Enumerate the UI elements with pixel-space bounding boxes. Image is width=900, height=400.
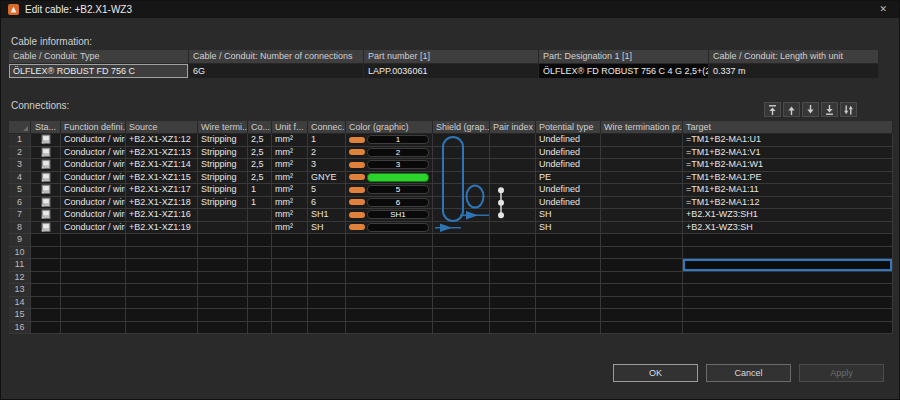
cell-function-definition[interactable] [61, 272, 126, 285]
cell-shield-graphic[interactable] [433, 297, 490, 310]
table-row[interactable]: 7Conductor / wire+B2.X1-XZ1:16mm²SH1SH1S… [9, 209, 893, 222]
cell-status[interactable] [31, 322, 61, 335]
cell-source[interactable]: +B2.X1-XZ1:15 [126, 172, 198, 185]
cell-target[interactable]: =TM1+B2-MA1:PE [683, 172, 893, 185]
cell-shield-graphic[interactable] [433, 247, 490, 260]
cell-potential-type[interactable]: Undefined [536, 134, 601, 147]
cell-connection[interactable] [308, 234, 346, 247]
move-down-button[interactable] [802, 102, 819, 117]
cell-color-graphic[interactable] [346, 172, 433, 185]
cell-connection[interactable]: 2 [308, 147, 346, 160]
close-icon[interactable]: ✕ [874, 1, 892, 18]
cell-potential-type[interactable] [536, 272, 601, 285]
cell-cross-section[interactable] [248, 222, 272, 235]
cell-pair-index[interactable] [490, 184, 536, 197]
cell-source[interactable]: +B2.X1-XZ1:17 [126, 184, 198, 197]
cell-potential-type[interactable]: PE [536, 172, 601, 185]
cell-color-graphic[interactable] [346, 284, 433, 297]
cell-connection[interactable]: 1 [308, 134, 346, 147]
connections-column-header[interactable]: Co... [248, 121, 272, 134]
cell-unit[interactable]: mm² [272, 172, 308, 185]
ok-button[interactable]: OK [613, 364, 698, 382]
connections-column-header[interactable]: Connec... [308, 121, 346, 134]
cell-color-graphic[interactable]: SH1 [346, 209, 433, 222]
cell-status[interactable] [31, 197, 61, 210]
cable-info-column-header[interactable]: Part: Designation 1 [1] [539, 50, 709, 63]
cell-wire-termination[interactable] [198, 297, 248, 310]
cell-wire-termination-processing[interactable] [601, 247, 683, 260]
cell-shield-graphic[interactable] [433, 284, 490, 297]
cell-cross-section[interactable] [248, 209, 272, 222]
cell-pair-index[interactable] [490, 284, 536, 297]
cell-color-graphic[interactable] [346, 259, 433, 272]
cell-pair-index[interactable] [490, 309, 536, 322]
cell-wire-termination-processing[interactable] [601, 297, 683, 310]
cell-connection[interactable]: SH1 [308, 209, 346, 222]
cell-wire-termination[interactable]: Stripping [198, 134, 248, 147]
cell-pair-index[interactable] [490, 259, 536, 272]
cell-cross-section[interactable]: 2,5 [248, 172, 272, 185]
cell-shield-graphic[interactable] [433, 147, 490, 160]
cell-potential-type[interactable]: SH [536, 209, 601, 222]
cell-status[interactable] [31, 309, 61, 322]
cell-potential-type[interactable]: Undefined [536, 147, 601, 160]
cell-unit[interactable]: mm² [272, 134, 308, 147]
table-row[interactable]: 6Conductor / wire+B2.X1-XZ1:18Stripping1… [9, 197, 893, 210]
cell-wire-termination[interactable]: Stripping [198, 197, 248, 210]
cell-shield-graphic[interactable] [433, 272, 490, 285]
cell-function-definition[interactable] [61, 322, 126, 335]
cell-source[interactable] [126, 259, 198, 272]
connections-column-header[interactable]: Sta... [31, 121, 61, 134]
table-row[interactable]: 9 [9, 234, 893, 247]
cell-target[interactable] [683, 322, 893, 335]
cell-color-graphic[interactable] [346, 297, 433, 310]
cell-wire-termination-processing[interactable] [601, 209, 683, 222]
cell-shield-graphic[interactable] [433, 134, 490, 147]
cell-status[interactable] [31, 272, 61, 285]
cell-source[interactable]: +B2.X1-XZ1:16 [126, 209, 198, 222]
cell-wire-termination[interactable] [198, 272, 248, 285]
connections-column-header[interactable]: Source [126, 121, 198, 134]
cell-color-graphic[interactable] [346, 272, 433, 285]
cell-unit[interactable]: mm² [272, 147, 308, 160]
table-row[interactable]: 5Conductor / wire+B2.X1-XZ1:17Stripping1… [9, 184, 893, 197]
row-number[interactable]: 3 [9, 159, 31, 172]
row-number[interactable]: 12 [9, 272, 31, 285]
cell-connection[interactable] [308, 247, 346, 260]
cell-unit[interactable] [272, 322, 308, 335]
cell-connection[interactable]: GNYE [308, 172, 346, 185]
cell-target[interactable]: +B2.X1-WZ3:SH [683, 222, 893, 235]
cell-function-definition[interactable]: Conductor / wire [61, 184, 126, 197]
cell-unit[interactable] [272, 309, 308, 322]
cell-cross-section[interactable]: 2,5 [248, 134, 272, 147]
row-number[interactable]: 7 [9, 209, 31, 222]
row-number[interactable]: 6 [9, 197, 31, 210]
row-number[interactable]: 13 [9, 284, 31, 297]
cell-unit[interactable] [272, 272, 308, 285]
cell-status[interactable] [31, 259, 61, 272]
cell-wire-termination-processing[interactable] [601, 272, 683, 285]
move-up-button[interactable] [783, 102, 800, 117]
row-number[interactable]: 9 [9, 234, 31, 247]
cell-target[interactable] [683, 297, 893, 310]
table-row[interactable]: 8Conductor / wire+B2.X1-XZ1:19mm²SHSH+B2… [9, 222, 893, 235]
cell-cross-section[interactable] [248, 322, 272, 335]
cell-function-definition[interactable] [61, 247, 126, 260]
cell-status[interactable] [31, 184, 61, 197]
cell-target[interactable]: =TM1+B2-MA1:W1 [683, 159, 893, 172]
row-number[interactable]: 4 [9, 172, 31, 185]
cell-function-definition[interactable]: Conductor / wire [61, 134, 126, 147]
row-number[interactable]: 14 [9, 297, 31, 310]
cell-function-definition[interactable]: Conductor / wire [61, 172, 126, 185]
cell-status[interactable] [31, 159, 61, 172]
cell-potential-type[interactable] [536, 322, 601, 335]
cell-color-graphic[interactable] [346, 222, 433, 235]
table-row[interactable]: 11 [9, 259, 893, 272]
cell-potential-type[interactable] [536, 297, 601, 310]
cell-wire-termination[interactable] [198, 234, 248, 247]
cell-status[interactable] [31, 222, 61, 235]
cell-function-definition[interactable] [61, 234, 126, 247]
cell-cross-section[interactable] [248, 297, 272, 310]
connection-count-field[interactable]: 6G [189, 63, 364, 78]
cable-info-column-header[interactable]: Cable / Conduit: Type [9, 50, 189, 63]
